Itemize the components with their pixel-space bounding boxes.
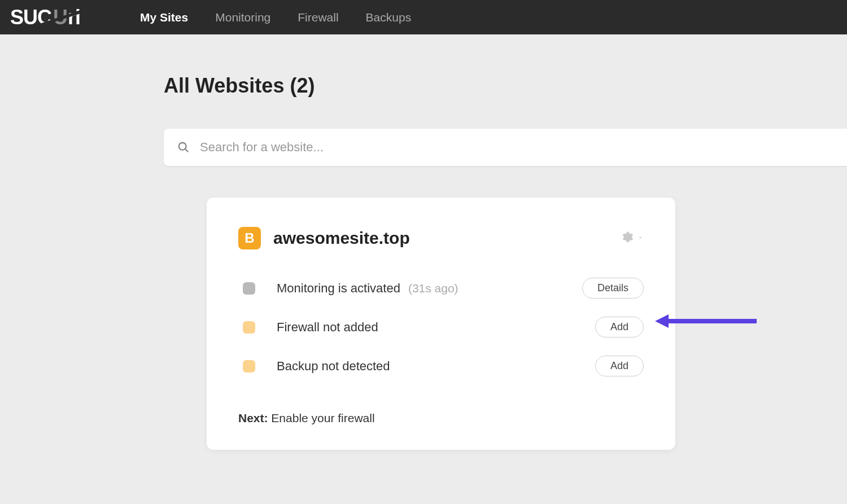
status-row-firewall: Firewall not added Add [238, 317, 644, 338]
annotation-arrow [655, 312, 757, 331]
add-backup-button[interactable]: Add [595, 356, 644, 376]
site-badge: B [238, 227, 261, 249]
nav-firewall[interactable]: Firewall [298, 11, 338, 24]
sucuri-logo: SUC U ri [10, 6, 106, 29]
details-button[interactable]: Details [582, 278, 644, 299]
nav-backups[interactable]: Backups [366, 11, 412, 24]
svg-text:SUC: SUC [10, 6, 52, 29]
svg-point-4 [179, 143, 186, 150]
nav-my-sites[interactable]: My Sites [140, 11, 188, 24]
gear-icon [621, 231, 634, 246]
status-indicator-icon [243, 321, 255, 334]
status-text: Backup not detected [277, 359, 390, 374]
top-nav: SUC U ri My Sites Monitoring Firewall Ba… [0, 0, 847, 34]
nav-monitoring[interactable]: Monitoring [215, 11, 270, 24]
chevron-down-icon [637, 233, 644, 243]
status-indicator-icon [243, 360, 255, 372]
site-name: awesomesite.top [273, 229, 410, 248]
site-settings-menu[interactable] [621, 231, 644, 246]
status-row-monitoring: Monitoring is activated (31s ago) Detail… [238, 278, 644, 299]
search-icon [177, 141, 190, 154]
site-card: B awesomesite.top Monitoring is activate… [207, 198, 675, 450]
search-input[interactable] [200, 140, 833, 155]
next-text: Enable your firewall [268, 411, 375, 424]
add-firewall-button[interactable]: Add [595, 317, 644, 338]
status-text: Monitoring is activated [277, 281, 400, 296]
status-indicator-icon [243, 282, 255, 295]
next-action: Next: Enable your firewall [238, 411, 644, 425]
svg-text:ri: ri [68, 6, 80, 29]
page-content: All Websites (2) B awesomesite.top [0, 34, 847, 450]
status-row-backup: Backup not detected Add [238, 356, 644, 376]
nav-items: My Sites Monitoring Firewall Backups [140, 11, 411, 24]
status-text: Firewall not added [277, 320, 378, 335]
page-title: All Websites (2) [164, 74, 847, 98]
card-header: B awesomesite.top [238, 227, 644, 249]
search-bar[interactable] [164, 129, 847, 166]
next-label: Next: [238, 411, 268, 424]
status-time: (31s ago) [408, 282, 459, 295]
svg-marker-7 [655, 314, 669, 328]
svg-line-5 [185, 149, 189, 152]
